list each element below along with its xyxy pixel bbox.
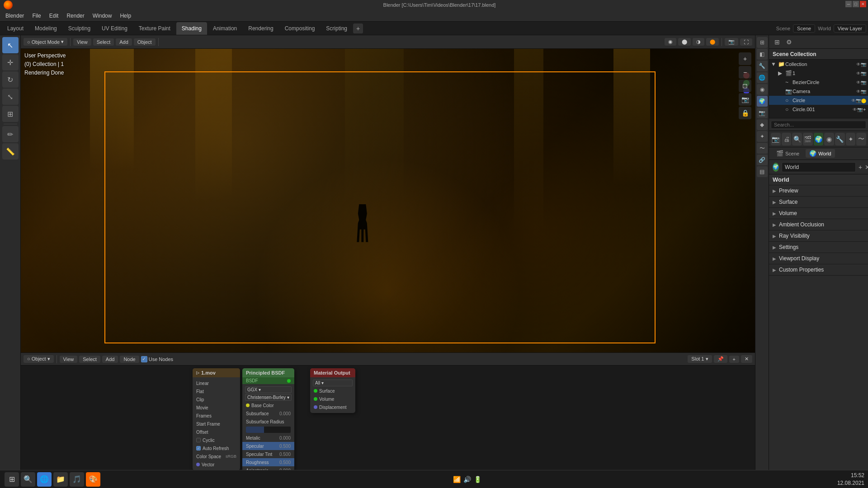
- menu-help[interactable]: Help: [116, 12, 135, 20]
- outliner-item-beziercircle[interactable]: ~ BezierCircle 👁 📷: [769, 78, 868, 87]
- viewport-add-menu[interactable]: Add: [116, 38, 132, 46]
- viewport-render-mode[interactable]: ◉: [665, 38, 676, 46]
- menu-edit[interactable]: Edit: [46, 12, 62, 20]
- circle-render[interactable]: 📷: [856, 98, 861, 103]
- minimize-button[interactable]: ─: [845, 1, 852, 7]
- taskbar-itunes[interactable]: 🎵: [70, 472, 84, 487]
- outliner-item-circle001[interactable]: ○ Circle.001 👁 📷 ✦: [769, 105, 868, 114]
- bezier-render[interactable]: 📷: [861, 80, 866, 85]
- bezier-vis[interactable]: 👁: [856, 80, 861, 85]
- circle-vis[interactable]: 👁: [851, 98, 856, 103]
- tab-sculpting[interactable]: Sculpting: [63, 22, 96, 35]
- p-row-specular[interactable]: Specular 0.500: [242, 442, 294, 450]
- node-select-menu[interactable]: Select: [79, 356, 100, 363]
- viewport-zoom-fit[interactable]: ⊡: [739, 80, 751, 92]
- tab-layout[interactable]: Layout: [2, 22, 29, 35]
- p-row-cb[interactable]: Christensen-Burley ▾: [242, 394, 294, 401]
- node-new[interactable]: +: [729, 356, 739, 363]
- world-delete-button[interactable]: ✕: [865, 162, 868, 173]
- maximize-button[interactable]: □: [853, 1, 859, 7]
- tool-transform[interactable]: ⊞: [2, 106, 19, 122]
- rt-tool-3[interactable]: 🔧: [757, 61, 768, 71]
- rt-tool-8[interactable]: ◆: [757, 119, 768, 130]
- add-workspace-button[interactable]: +: [353, 23, 363, 33]
- camera-render[interactable]: 📷: [861, 89, 866, 94]
- collection-render-icon[interactable]: 📷: [861, 62, 866, 67]
- taskbar-explorer[interactable]: 📁: [53, 472, 68, 487]
- prop-modifier-icon[interactable]: 🔧: [835, 133, 845, 145]
- outliner-collection-row[interactable]: ▼ 📁 Collection 👁 📷: [769, 60, 868, 69]
- tab-shading[interactable]: Shading: [176, 22, 207, 35]
- node-add-menu[interactable]: Add: [102, 356, 118, 363]
- node-node-menu[interactable]: Node: [120, 356, 139, 363]
- rt-tool-5[interactable]: ◉: [757, 84, 768, 95]
- node-view-menu[interactable]: View: [60, 356, 78, 363]
- viewport-select-menu[interactable]: Select: [93, 38, 114, 46]
- tool-rotate[interactable]: ↻: [2, 71, 19, 88]
- use-nodes-toggle[interactable]: ✓ Use Nodes: [141, 356, 173, 362]
- viewport-camera[interactable]: 📷: [725, 38, 738, 46]
- p-row-ssradius[interactable]: Subsurface Radius: [242, 418, 294, 426]
- menu-file[interactable]: File: [28, 12, 44, 20]
- section-vd-header[interactable]: ▶ Viewport Display: [769, 253, 868, 264]
- tab-modeling[interactable]: Modeling: [29, 22, 62, 35]
- tab-uv-editing[interactable]: UV Editing: [96, 22, 133, 35]
- tool-annotate[interactable]: ✏: [2, 126, 19, 142]
- section-ao-header[interactable]: ▶ Ambient Occlusion: [769, 219, 868, 230]
- rt-tool-particles[interactable]: ✦: [757, 131, 768, 142]
- close-button[interactable]: ✕: [860, 1, 866, 7]
- circle001-render[interactable]: 📷: [857, 107, 863, 112]
- node-delete[interactable]: ✕: [741, 355, 752, 363]
- viewport-gizmo-lock[interactable]: 🔒: [739, 107, 751, 119]
- section-settings-header[interactable]: ▶ Settings: [769, 242, 868, 253]
- tool-cursor[interactable]: ↖: [2, 37, 19, 53]
- world-name-field[interactable]: [782, 162, 856, 172]
- viewport-shading-material[interactable]: ◑: [693, 38, 704, 46]
- prop-output-icon[interactable]: 🖨: [782, 133, 792, 145]
- 3d-viewport[interactable]: User Perspective (0) Collection | 1 Rend…: [21, 49, 755, 352]
- section-volume-header[interactable]: ▶ Volume: [769, 208, 868, 219]
- scene-selector[interactable]: Scene: [793, 24, 815, 33]
- img-row-cyclic[interactable]: Cyclic: [193, 436, 240, 444]
- viewport-zoom-out[interactable]: −: [739, 66, 751, 79]
- p-row-subsurface[interactable]: Subsurface 0.000: [242, 409, 294, 418]
- section-cp-header[interactable]: ▶ Custom Properties: [769, 264, 868, 275]
- viewport-camera-toggle[interactable]: 📷: [739, 93, 751, 106]
- rt-tool-7[interactable]: 📷: [757, 108, 768, 118]
- prop-world-icon[interactable]: 🌍: [814, 133, 824, 145]
- world-new-button[interactable]: +: [859, 162, 862, 173]
- prop-view-icon[interactable]: 🔍: [792, 133, 802, 145]
- tool-move[interactable]: ✛: [2, 54, 19, 70]
- rt-tool-1[interactable]: ⊞: [757, 37, 768, 48]
- menu-blender[interactable]: Blender: [2, 12, 28, 20]
- object-mode-selector[interactable]: ○ Object Mode ▾: [24, 38, 67, 46]
- material-output-node[interactable]: Material Output All ▾ Surface Volume: [310, 368, 355, 413]
- autorefresh-checkbox[interactable]: ✓: [196, 446, 201, 450]
- out-row-all[interactable]: All ▾: [310, 379, 355, 387]
- section-surface-header[interactable]: ▶ Surface: [769, 197, 868, 207]
- rt-tool-constraints[interactable]: 🔗: [757, 155, 768, 165]
- node-pin[interactable]: 📌: [714, 355, 727, 363]
- p-row-ssco[interactable]: [242, 426, 294, 434]
- item1-render[interactable]: 📷: [861, 71, 866, 76]
- rt-tool-world[interactable]: 🌍: [757, 96, 768, 107]
- settings-icon-button[interactable]: ⚙: [783, 37, 794, 47]
- rt-tool-physics[interactable]: 〜: [757, 143, 768, 154]
- tab-texture-paint[interactable]: Texture Paint: [133, 22, 176, 35]
- rt-tool-data[interactable]: ▤: [757, 166, 768, 177]
- image-node[interactable]: ▷ 1.mov Linear Flat Clip Movie Frames St…: [193, 368, 240, 470]
- filter-icon-button[interactable]: ⊞: [772, 37, 783, 47]
- p-row-metalic[interactable]: Metalic 0.000: [242, 434, 294, 442]
- output-dropdown[interactable]: All ▾: [313, 380, 353, 386]
- img-row-autorefresh[interactable]: ✓ Auto Refresh: [193, 444, 240, 452]
- viewport-fullscreen[interactable]: ⛶: [740, 38, 752, 46]
- rt-tool-4[interactable]: 🌐: [757, 72, 768, 83]
- prop-object-icon[interactable]: ◉: [824, 133, 834, 145]
- ggx-dropdown[interactable]: GGX ▾: [245, 386, 292, 393]
- tab-compositing[interactable]: Compositing: [279, 22, 321, 35]
- tab-scripting[interactable]: Scripting: [321, 22, 353, 35]
- outliner-item-1[interactable]: ▶ 🎬 1 👁 📷: [769, 69, 868, 78]
- prop-physics-icon[interactable]: 〜: [856, 133, 866, 145]
- viewport-zoom-in[interactable]: +: [739, 52, 751, 65]
- tab-rendering[interactable]: Rendering: [243, 22, 278, 35]
